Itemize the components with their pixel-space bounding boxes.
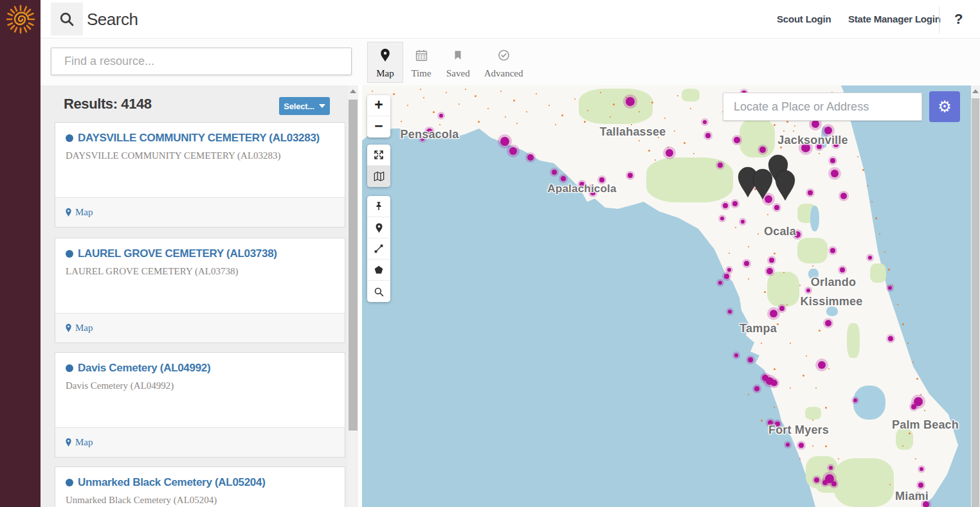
resource-dot[interactable] <box>718 281 722 285</box>
resource-dot[interactable] <box>734 353 738 357</box>
resource-dot[interactable] <box>806 289 810 292</box>
map-city-label: Fort Myers <box>768 423 829 437</box>
resource-dot[interactable] <box>829 466 833 470</box>
fullscreen-button[interactable] <box>367 145 390 166</box>
result-title-link[interactable]: Unmarked Black Cemetery (AL05204) <box>66 476 334 489</box>
resource-dot[interactable] <box>500 137 509 146</box>
line-tool-button[interactable] <box>367 238 390 260</box>
resource-dot[interactable] <box>561 176 566 181</box>
resource-dot[interactable] <box>840 267 845 272</box>
scroll-up-arrow-icon[interactable] <box>971 89 980 93</box>
result-title-link[interactable]: Davis Cemetery (AL04992) <box>66 362 334 375</box>
resource-dot[interactable] <box>705 133 711 138</box>
resource-dot[interactable] <box>720 217 724 220</box>
resource-dot[interactable] <box>728 310 732 314</box>
zoom-out-button[interactable]: − <box>367 116 390 138</box>
map-settings-button[interactable]: ⚙ <box>929 91 960 122</box>
locate-place-input[interactable] <box>723 93 922 121</box>
tab-saved[interactable]: Saved <box>439 42 477 83</box>
resource-dot[interactable] <box>840 193 847 199</box>
resource-dot[interactable] <box>786 443 790 447</box>
resource-dot[interactable] <box>552 170 557 175</box>
resource-dot[interactable] <box>718 163 723 168</box>
result-title-link[interactable]: DAYSVILLE COMMUNITY CEMETERY (AL03283) <box>66 132 334 145</box>
page-scrollbar[interactable] <box>971 85 980 507</box>
resource-dot[interactable] <box>825 320 831 326</box>
tab-advanced[interactable]: Advanced <box>477 42 531 83</box>
resource-dot[interactable] <box>439 114 443 118</box>
resource-dot[interactable] <box>732 201 738 206</box>
structure-dot <box>828 368 830 369</box>
resource-dot[interactable] <box>822 480 828 485</box>
basemap-toggle-button[interactable] <box>367 166 390 187</box>
point-tool-button[interactable] <box>367 217 390 238</box>
resource-dot[interactable] <box>744 261 749 266</box>
results-scrollbar-thumb[interactable] <box>349 100 358 431</box>
resource-dot[interactable] <box>599 177 604 182</box>
resource-dot[interactable] <box>830 248 835 253</box>
resource-dot[interactable] <box>818 361 826 369</box>
resource-dot[interactable] <box>727 268 731 272</box>
record-bullet-icon <box>66 364 73 372</box>
pushpin-tool-button[interactable] <box>367 196 390 217</box>
resource-dot[interactable] <box>814 477 819 483</box>
resource-dot[interactable] <box>774 205 779 210</box>
find-resource-input[interactable] <box>51 48 352 75</box>
resource-dot[interactable] <box>918 483 923 488</box>
expand-arrows-icon <box>373 149 385 161</box>
resource-dot[interactable] <box>831 170 839 177</box>
resource-dot[interactable] <box>527 154 534 161</box>
resource-dot[interactable] <box>799 443 804 448</box>
resource-dot[interactable] <box>888 336 893 341</box>
resource-dot[interactable] <box>628 173 633 178</box>
result-title-link[interactable]: LAUREL GROVE CEMETERY (AL03738) <box>66 247 334 260</box>
resource-dot[interactable] <box>754 386 759 391</box>
result-map-link[interactable]: Map <box>65 207 93 218</box>
map-search-tool-button[interactable] <box>367 281 390 302</box>
map-canvas[interactable]: + − <box>362 85 971 507</box>
polygon-tool-button[interactable] <box>367 260 390 281</box>
header: Search Scout Login State Manager Login ? <box>41 0 980 39</box>
structure-dot <box>783 130 785 132</box>
resource-dot[interactable] <box>724 274 729 279</box>
resource-dot[interactable] <box>812 120 819 128</box>
help-button[interactable]: ? <box>954 0 963 39</box>
resource-dot[interactable] <box>703 120 707 124</box>
results-scrollbar[interactable] <box>348 85 358 507</box>
resource-dot[interactable] <box>767 268 773 274</box>
page-scrollbar-thumb[interactable] <box>972 98 979 507</box>
resource-dot[interactable] <box>911 404 916 409</box>
resource-dot[interactable] <box>771 380 777 386</box>
scroll-up-arrow-icon[interactable] <box>348 89 358 93</box>
resource-dot[interactable] <box>741 220 745 224</box>
resource-dot[interactable] <box>808 190 813 195</box>
resource-dot[interactable] <box>779 306 785 311</box>
resource-dot[interactable] <box>666 149 673 157</box>
resource-dot[interactable] <box>748 357 753 362</box>
tab-map[interactable]: Map <box>367 42 403 83</box>
resource-dot[interactable] <box>626 97 635 106</box>
resource-dot[interactable] <box>831 481 837 486</box>
resource-dot[interactable] <box>888 286 892 290</box>
structure-dot <box>902 445 903 447</box>
resource-dot[interactable] <box>723 203 728 208</box>
resource-dot[interactable] <box>868 256 872 260</box>
resource-dot[interactable] <box>920 467 923 471</box>
tab-time[interactable]: Time <box>403 42 439 83</box>
cluster-pin[interactable] <box>751 168 774 200</box>
result-map-link[interactable]: Map <box>65 323 93 334</box>
resource-dot[interactable] <box>734 137 740 143</box>
resource-dot[interactable] <box>509 147 517 155</box>
resource-dot[interactable] <box>853 398 857 402</box>
state-manager-login-link[interactable]: State Manager Login <box>848 0 941 39</box>
structure-dot <box>639 111 640 112</box>
resource-dot[interactable] <box>830 158 835 163</box>
resource-dot[interactable] <box>759 147 766 153</box>
select-dropdown-button[interactable]: Select... <box>279 97 330 115</box>
zoom-in-button[interactable]: + <box>367 95 390 116</box>
resource-dot[interactable] <box>770 310 777 317</box>
result-map-link[interactable]: Map <box>65 437 93 448</box>
cluster-pin[interactable] <box>774 169 797 201</box>
scout-login-link[interactable]: Scout Login <box>777 0 831 39</box>
resource-dot[interactable] <box>769 258 774 263</box>
